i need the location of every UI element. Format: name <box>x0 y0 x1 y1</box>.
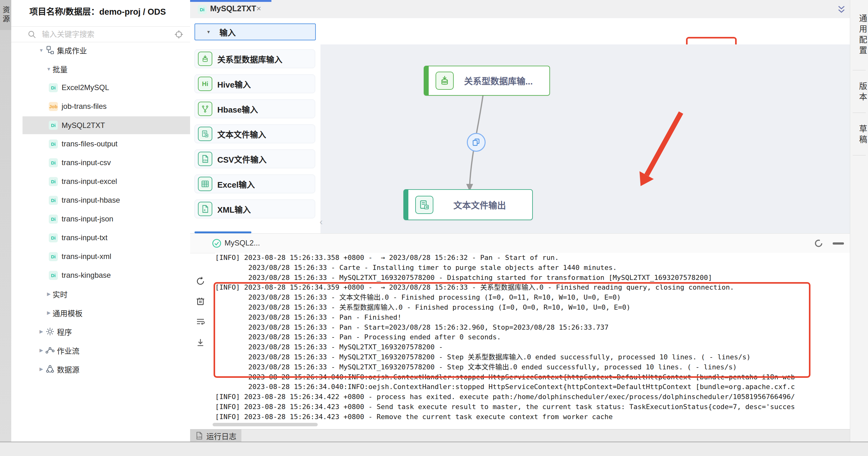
sidebar-item-label: Excel2MySQL <box>62 83 109 92</box>
log-horizontal-scrollbar[interactable] <box>213 423 318 426</box>
resources-rail-tab[interactable]: 资源 <box>0 0 11 30</box>
palette-item-label: Hbase输入 <box>217 103 258 115</box>
di-badge: Di <box>49 177 58 186</box>
chevron-right-icon[interactable]: ▶ <box>45 310 53 315</box>
sidebar-item-datasources[interactable]: ▶ 数据源 <box>23 362 216 376</box>
job-badge: Job <box>49 102 58 111</box>
locate-icon[interactable] <box>175 30 183 39</box>
chevron-down-icon[interactable]: ▼ <box>45 66 53 72</box>
log-line: 2023/08/28 15:26:33 - Pan - Finished! <box>215 312 850 323</box>
sidebar-item-workflows[interactable]: ▶ 作业流 <box>23 343 216 357</box>
di-badge: Di <box>49 215 58 224</box>
di-badge: Di <box>49 196 58 205</box>
palette-item-xml-input[interactable]: X XML输入 <box>194 200 315 218</box>
node-relational-db-input[interactable]: 关系型数据库输... <box>424 66 550 96</box>
palette-item-excel-input[interactable]: Excel输入 <box>194 175 315 193</box>
divider <box>853 155 866 155</box>
palette-collapse-chevron-icon[interactable]: ‹ <box>319 216 323 227</box>
text-file-input-icon <box>198 127 212 141</box>
search-input[interactable] <box>41 28 167 40</box>
run-log-tab-label: 运行日志 <box>206 430 237 441</box>
sidebar-item-label: 批量 <box>53 63 67 74</box>
divider <box>853 113 866 113</box>
log-panel-title: MySQL2... <box>224 239 260 247</box>
log-clear-trash-icon[interactable] <box>196 297 205 306</box>
editor-tabbar: Di MySQL2TXT × <box>190 0 850 19</box>
sidebar-item-label: trans-input-csv <box>62 158 111 167</box>
palette-item-label: Excel输入 <box>217 178 255 190</box>
palette-item-hive-input[interactable]: Hi Hive输入 <box>194 74 315 93</box>
hop-connector <box>320 44 850 233</box>
tab-drafts[interactable]: 草稿 <box>850 119 868 151</box>
log-reload-icon[interactable] <box>196 276 205 286</box>
success-check-icon <box>212 239 221 248</box>
chevron-right-icon[interactable]: ▶ <box>37 329 45 334</box>
search-bar <box>11 26 190 42</box>
log-download-icon[interactable] <box>196 338 205 347</box>
close-icon[interactable]: × <box>256 4 261 13</box>
di-badge: Di <box>49 252 58 261</box>
palette-item-text-file-input[interactable]: 文本文件输入 <box>194 124 315 143</box>
node-label: 文本文件输出 <box>433 199 532 211</box>
log-wrap-lines-icon[interactable] <box>196 317 205 327</box>
log-minimize-icon[interactable] <box>833 242 844 245</box>
log-line: 2023/08/28 15:26:33 - Pan - Start=2023/0… <box>215 323 850 332</box>
sidebar-item-label: trans-kingbase <box>62 271 111 280</box>
tab-general-config[interactable]: 通用配置 <box>850 6 868 65</box>
di-badge: Di <box>49 121 58 130</box>
svg-text:X: X <box>204 209 206 212</box>
di-badge: Di <box>49 158 58 167</box>
log-output[interactable]: [INFO] 2023-08-28 15:26:33.358 +0800 - →… <box>215 253 850 425</box>
divider <box>853 70 866 70</box>
sidebar-item-integration-jobs[interactable]: ▼ 集成作业 <box>23 43 216 57</box>
search-icon <box>28 30 36 39</box>
log-line: 2023/08/28 15:26:33 - Carte - Installing… <box>215 263 850 273</box>
hop-copy-icon[interactable] <box>467 133 486 152</box>
sidebar-item-programs[interactable]: ▶ 程序 <box>23 325 216 338</box>
log-line: 2023-08-28 15:26:34.040:INFO:oejsh.Conte… <box>215 382 850 392</box>
log-line: [INFO] 2023-08-28 15:26:34.423 +0800 - S… <box>215 402 850 412</box>
hive-icon: Hi <box>198 77 212 91</box>
node-text-file-output[interactable]: 文本文件输出 <box>403 189 533 220</box>
main-area: Di MySQL2TXT × ▶ 运行 停止 <box>190 0 850 442</box>
flow-canvas[interactable]: 关系型数据库输... 文本文件输出 <box>320 44 850 233</box>
sidebar-item-label: 作业流 <box>57 345 80 356</box>
chevron-down-icon[interactable]: ▼ <box>37 48 45 53</box>
chevron-right-icon[interactable]: ▶ <box>37 347 45 353</box>
integration-icon <box>45 45 54 54</box>
sidebar-item-label: 实时 <box>53 289 67 300</box>
sidebar-item-label: trans-input-txt <box>62 233 107 242</box>
log-file-icon: LOG <box>195 432 203 440</box>
di-badge: Di <box>49 140 58 149</box>
palette-item-relational-db-input[interactable]: 关系型数据库输入 <box>194 50 315 68</box>
run-log-tab[interactable]: LOG 运行日志 <box>190 429 241 442</box>
palette-item-label: CSV文件输入 <box>217 153 267 165</box>
csv-file-icon: CSV <box>198 152 212 166</box>
palette-group-input[interactable]: ▼ 输入 <box>194 24 316 40</box>
di-badge: Di <box>49 233 58 242</box>
right-rail: 通用配置 版本 草稿 <box>850 0 868 442</box>
chevron-right-icon[interactable]: ▶ <box>37 366 45 372</box>
di-badge: Di <box>49 271 58 280</box>
window-bottom-strip <box>0 442 868 456</box>
datasource-icon <box>45 365 54 373</box>
sidebar-item-label: 通用模板 <box>53 307 83 318</box>
node-label: 关系型数据库输... <box>454 74 549 87</box>
log-line: [INFO] 2023-08-28 15:26:34.422 +0800 - p… <box>215 392 850 402</box>
log-refresh-icon[interactable] <box>813 238 824 249</box>
log-line: 2023/08/28 15:26:33 - Pan - Processing e… <box>215 332 850 342</box>
log-line: [INFO] 2023-08-28 15:26:33.358 +0800 - →… <box>215 253 850 263</box>
collapse-double-chevron-icon[interactable] <box>836 4 847 15</box>
sidebar: 项目名称/数据层：demo-proj / ODS ▼ 集 <box>11 0 190 442</box>
di-badge: Di <box>49 83 58 92</box>
chevron-right-icon[interactable]: ▶ <box>45 291 53 297</box>
log-line: [INFO] 2023-08-28 15:26:34.359 +0800 - →… <box>215 282 850 293</box>
palette-item-hbase-input[interactable]: Hbase输入 <box>194 99 315 118</box>
node-palette: ▼ 输入 关系型数据库输入 Hi Hive输入 <box>190 18 320 233</box>
database-input-icon <box>198 52 212 66</box>
app-window: 资源 项目名称/数据层：demo-proj / ODS ▼ <box>0 0 868 456</box>
tab-versions[interactable]: 版本 <box>850 77 868 108</box>
tab-mysql2txt[interactable]: MySQL2TXT <box>210 4 256 13</box>
palette-item-csv-file-input[interactable]: CSV CSV文件输入 <box>194 150 315 168</box>
sidebar-item-label: trans-files-output <box>62 140 118 148</box>
